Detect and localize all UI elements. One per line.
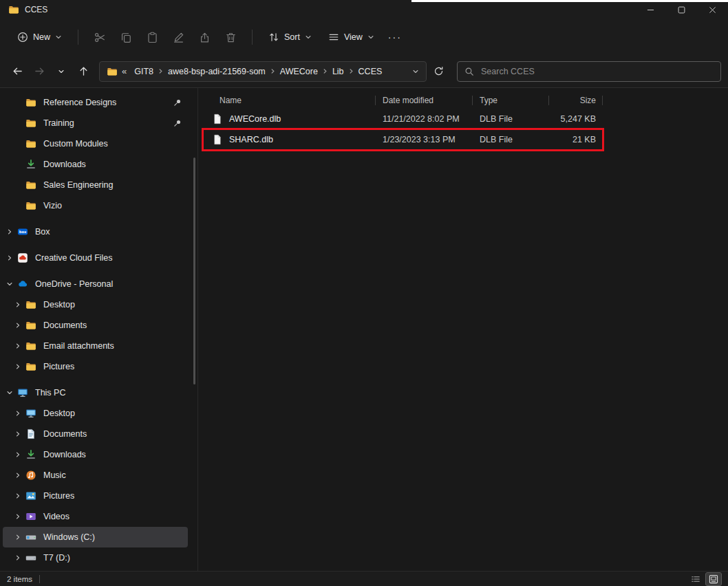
maximize-button[interactable] <box>666 0 697 19</box>
more-button[interactable]: ··· <box>383 25 407 49</box>
copy-button[interactable] <box>113 25 139 49</box>
back-button[interactable] <box>7 61 28 82</box>
sidebar-item-desktop[interactable]: Desktop <box>3 294 188 315</box>
chevron-right-icon[interactable] <box>11 301 25 308</box>
sidebar-item-label: This PC <box>35 388 65 398</box>
column-header-name[interactable]: Name <box>204 92 376 109</box>
sidebar-item-box[interactable]: boxBox <box>3 221 188 242</box>
chevron-right-icon[interactable] <box>11 343 25 349</box>
chevron-right-icon[interactable] <box>11 431 25 437</box>
chevron-down-icon[interactable] <box>3 389 17 396</box>
folder-icon <box>25 200 37 211</box>
breadcrumb-item-awe8-bsp-adi-21569-som[interactable]: awe8-bsp-adi-21569-som <box>164 65 269 78</box>
sidebar-item-custom-modules[interactable]: Custom Modules <box>3 133 188 154</box>
chevron-right-icon[interactable] <box>11 472 25 479</box>
delete-button[interactable] <box>217 25 244 49</box>
chevron-right-icon[interactable] <box>11 363 25 370</box>
sidebar-item-documents[interactable]: Documents <box>3 424 188 444</box>
sidebar-item-label: Music <box>43 470 66 480</box>
chevron-right-icon[interactable] <box>11 410 25 417</box>
new-button[interactable]: New <box>10 25 69 49</box>
sidebar-item-label: Email attachments <box>43 341 114 351</box>
folder-icon <box>25 320 37 331</box>
file-explorer-window: CCES New Sort View ··· <box>0 0 728 586</box>
file-row-sharc-dlb[interactable]: SHARC.dlb1/23/2023 3:13 PMDLB File21 KB <box>204 129 603 150</box>
music-icon <box>25 470 37 481</box>
rename-icon <box>173 32 184 43</box>
sidebar-scrollbar[interactable] <box>193 158 195 384</box>
sidebar-item-pictures[interactable]: Pictures <box>3 486 188 506</box>
file-row-awecore-dlb[interactable]: AWECore.dlb11/21/2022 8:02 PMDLB File5,2… <box>204 109 603 129</box>
chevron-right-icon[interactable] <box>11 534 25 541</box>
close-button[interactable] <box>697 0 728 19</box>
drive-icon <box>25 552 37 563</box>
breadcrumb-item-cces[interactable]: CCES <box>355 65 386 78</box>
sort-button[interactable]: Sort <box>261 25 319 49</box>
sidebar-item-vizio[interactable]: Vizio <box>3 195 188 216</box>
sidebar-item-this-pc[interactable]: This PC <box>3 382 188 403</box>
chevron-right-icon[interactable] <box>3 254 17 261</box>
sidebar-item-music[interactable]: Music <box>3 465 188 486</box>
chevron-down-icon[interactable] <box>3 281 17 287</box>
breadcrumb-overflow[interactable]: « <box>122 66 127 76</box>
sidebar-item-creative-cloud-files[interactable]: Creative Cloud Files <box>3 248 188 268</box>
sidebar-item-training[interactable]: Training <box>3 113 188 133</box>
address-dropdown-icon[interactable] <box>412 68 419 75</box>
download-icon <box>25 449 37 460</box>
sidebar-item-desktop[interactable]: Desktop <box>3 403 188 424</box>
view-toggles <box>688 573 721 585</box>
breadcrumb-item-awecore[interactable]: AWECore <box>277 65 321 78</box>
forward-button[interactable] <box>29 61 50 82</box>
breadcrumb: GIT8awe8-bsp-adi-21569-somAWECoreLibCCES <box>131 65 408 78</box>
background-artifact <box>411 0 728 2</box>
sidebar-item-downloads[interactable]: Downloads <box>3 154 188 175</box>
toolbar-icon-buttons <box>87 25 244 49</box>
minimize-button[interactable] <box>635 0 666 19</box>
recent-locations-button[interactable] <box>51 61 72 82</box>
body-area: Reference DesignsTrainingCustom ModulesD… <box>0 88 728 571</box>
cut-button[interactable] <box>87 25 113 49</box>
column-header-date-modified[interactable]: Date modified <box>376 92 473 109</box>
chevron-right-icon[interactable] <box>11 492 25 499</box>
chevron-right-icon[interactable] <box>3 228 17 235</box>
file-date-modified: 1/23/2023 3:13 PM <box>376 135 473 144</box>
file-type: DLB File <box>473 114 549 124</box>
sidebar-item-label: Custom Modules <box>43 139 108 149</box>
window-controls <box>635 0 728 19</box>
videos-icon <box>25 511 37 522</box>
sidebar-item-windows-c[interactable]: Windows (C:) <box>3 527 188 547</box>
drive-windows-icon <box>25 532 37 543</box>
rename-button[interactable] <box>165 25 191 49</box>
toolbar-separator <box>78 30 78 45</box>
chevron-right-icon[interactable] <box>11 451 25 458</box>
sidebar-item-reference-designs[interactable]: Reference Designs <box>3 92 188 113</box>
search-input[interactable] <box>480 66 714 77</box>
column-header-size[interactable]: Size <box>549 92 603 109</box>
sidebar-item-email-attachments[interactable]: Email attachments <box>3 336 188 356</box>
item-count: 2 items <box>7 575 32 583</box>
refresh-button[interactable] <box>428 61 449 82</box>
sidebar-item-downloads[interactable]: Downloads <box>3 444 188 465</box>
chevron-right-icon[interactable] <box>11 322 25 329</box>
cut-icon <box>94 32 106 43</box>
chevron-right-icon[interactable] <box>11 513 25 520</box>
pin-icon <box>173 98 182 107</box>
thumbnail-view-button[interactable] <box>706 573 721 585</box>
up-button[interactable] <box>73 61 94 82</box>
sidebar-item-sales-engineering[interactable]: Sales Engineering <box>3 175 188 195</box>
address-bar[interactable]: « GIT8awe8-bsp-adi-21569-somAWECoreLibCC… <box>99 61 427 82</box>
sidebar-item-documents[interactable]: Documents <box>3 315 188 336</box>
sidebar-item-videos[interactable]: Videos <box>3 506 188 527</box>
document-icon <box>25 428 37 440</box>
view-button[interactable]: View <box>321 25 382 49</box>
breadcrumb-item-git8[interactable]: GIT8 <box>131 65 157 78</box>
breadcrumb-item-lib[interactable]: Lib <box>329 65 347 78</box>
sidebar-item-onedrive-personal[interactable]: OneDrive - Personal <box>3 274 188 294</box>
details-view-button[interactable] <box>688 573 703 585</box>
share-button[interactable] <box>191 25 217 49</box>
sidebar-item-pictures[interactable]: Pictures <box>3 356 188 377</box>
sidebar-item-t7-d[interactable]: T7 (D:) <box>3 547 188 568</box>
chevron-right-icon[interactable] <box>11 554 25 561</box>
column-header-type[interactable]: Type <box>473 92 549 109</box>
paste-button[interactable] <box>139 25 165 49</box>
